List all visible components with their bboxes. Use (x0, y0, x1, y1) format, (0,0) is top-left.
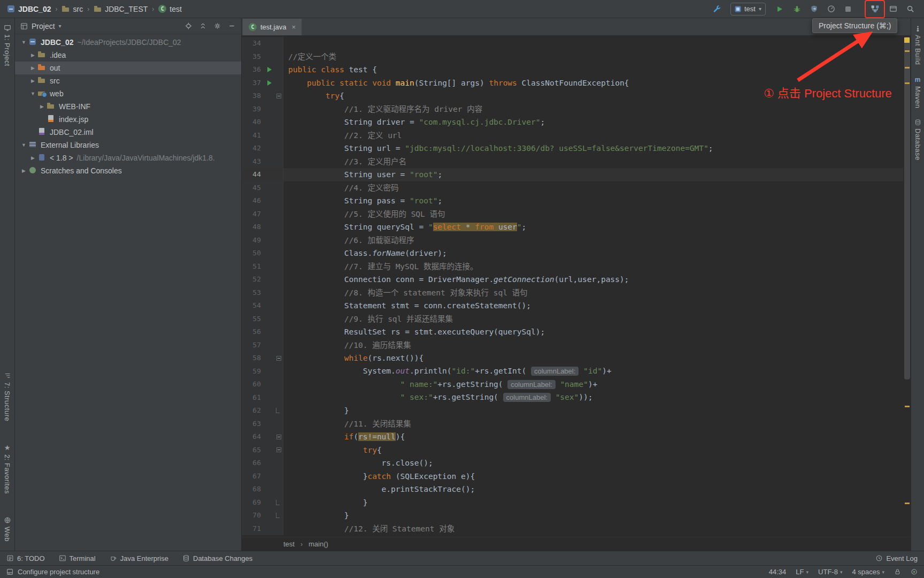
breadcrumb-item[interactable]: Ctest (157, 4, 183, 14)
tree-row[interactable]: ▶Scratches and Consoles (15, 164, 241, 177)
toolwindow-button-database-changes[interactable]: Database Changes (182, 554, 252, 562)
code-text[interactable]: " sex:"+rs.getString( columnLabel: "sex"… (283, 391, 903, 405)
event-log-button[interactable]: Event Log (875, 554, 918, 562)
tree-row[interactable]: ▶out (15, 62, 241, 74)
code-text[interactable]: public class test { (283, 63, 903, 77)
code-text[interactable]: String driver = "com.mysql.cj.jdbc.Drive… (283, 116, 903, 129)
code-line[interactable]: 49 //6. 加载驱动程序 (242, 234, 903, 247)
search-everywhere-button[interactable] (903, 2, 918, 17)
code-area[interactable]: 3435//定义一个类36public class test {37 publi… (242, 36, 911, 537)
window-layout-button[interactable] (886, 2, 900, 17)
toolwindow-button-structure[interactable]: 7: Structure (2, 368, 12, 425)
code-text[interactable]: rs.close(); (283, 457, 903, 470)
fold-icon[interactable] (276, 94, 281, 98)
code-line[interactable]: 50 Class.forName(driver); (242, 247, 903, 260)
code-line[interactable]: 68 e.printStackTrace(); (242, 483, 903, 496)
close-icon[interactable]: × (291, 23, 296, 31)
code-line[interactable]: 56 ResultSet rs = stmt.executeQuery(quer… (242, 325, 903, 339)
line-ending-select[interactable]: LF▾ (796, 568, 808, 576)
code-text[interactable]: //1. 定义驱动程序名为 driver 内容 (283, 103, 903, 116)
fold-icon[interactable] (276, 447, 281, 452)
code-text[interactable]: //8. 构造一个 statement 对象来执行 sql 语句 (283, 286, 903, 300)
setup-sdk-button[interactable] (709, 2, 724, 17)
code-line[interactable]: 67 }catch (SQLException e){ (242, 470, 903, 483)
code-line[interactable]: 60 " name:"+rs.getString( columnLabel: "… (242, 378, 903, 391)
code-text[interactable]: System.out.println("id:"+rs.getInt( colu… (283, 364, 903, 378)
code-line[interactable]: 39 //1. 定义驱动程序名为 driver 内容 (242, 103, 903, 116)
toolwindow-quick-access-icon[interactable] (6, 568, 13, 575)
coverage-button[interactable] (806, 2, 821, 17)
caret-position[interactable]: 44:34 (769, 568, 787, 576)
code-line[interactable]: 64 if(rs!=null){ (242, 430, 903, 444)
fold-end-icon[interactable] (276, 408, 280, 413)
encoding-select[interactable]: UTF-8▾ (818, 568, 842, 576)
tree-expand-arrow[interactable]: ▶ (28, 52, 37, 58)
code-text[interactable]: try{ (283, 444, 903, 457)
code-line[interactable]: 71 //12. 关闭 Statement 对象 (242, 522, 903, 536)
editor-scrollbar[interactable] (903, 36, 911, 537)
code-text[interactable]: Statement stmt = conn.createStatement(); (283, 299, 903, 313)
code-text[interactable]: //6. 加载驱动程序 (283, 234, 903, 247)
code-line[interactable]: 46 String pass = "root"; (242, 194, 903, 208)
breadcrumb-item[interactable]: JDBC_TEST (92, 4, 149, 14)
code-line[interactable]: 52 Connection conn = DriverManager.getCo… (242, 273, 903, 286)
run-config-select[interactable]: test ▾ (730, 3, 766, 16)
code-line[interactable]: 43 //3. 定义用户名 (242, 155, 903, 169)
code-text[interactable]: String user = "root"; (283, 168, 903, 181)
code-line[interactable]: 36public class test { (242, 63, 903, 77)
toolwindow-button-favorites[interactable]: ★ 2: Favorites (2, 440, 12, 498)
code-text[interactable]: String pass = "root"; (283, 194, 903, 208)
fold-icon[interactable] (276, 356, 281, 361)
code-line[interactable]: 45 //4. 定义密码 (242, 181, 903, 195)
code-text[interactable]: //9. 执行 sql 并返还结果集 (283, 313, 903, 326)
breadcrumb-item[interactable]: JDBC_02 (5, 4, 52, 14)
run-button[interactable] (772, 2, 787, 17)
code-line[interactable]: 65 try{ (242, 444, 903, 457)
error-stripe-mark[interactable] (905, 67, 910, 69)
collapse-all-icon[interactable] (199, 22, 207, 30)
tree-expand-arrow[interactable]: ▼ (19, 142, 28, 148)
fold-end-icon[interactable] (276, 500, 280, 505)
lock-icon[interactable] (894, 568, 901, 575)
indent-select[interactable]: 4 spaces▾ (852, 568, 884, 576)
code-text[interactable]: }catch (SQLException e){ (283, 470, 903, 483)
breadcrumb-class[interactable]: test (283, 540, 295, 548)
tree-row[interactable]: index.jsp (15, 113, 241, 126)
toolwindow-button-maven[interactable]: m Maven (913, 72, 923, 112)
code-text[interactable]: //7. 建立与 MySQL 数据库的连接。 (283, 260, 903, 273)
code-text[interactable]: } (283, 509, 903, 522)
gear-icon[interactable] (213, 22, 221, 30)
code-line[interactable]: 69 } (242, 496, 903, 509)
tree-row[interactable]: ▼External Libraries (15, 139, 241, 151)
code-line[interactable]: 42 String url = "jdbc:mysql://localhost:… (242, 142, 903, 155)
run-line-icon[interactable] (267, 80, 272, 86)
project-structure-button[interactable] (867, 2, 882, 17)
code-line[interactable]: 58 while(rs.next()){ (242, 352, 903, 365)
code-text[interactable]: String url = "jdbc:mysql://localhost:330… (283, 142, 903, 155)
error-stripe-mark[interactable] (905, 503, 910, 504)
code-line[interactable]: 40 String driver = "com.mysql.cj.jdbc.Dr… (242, 116, 903, 129)
tree-row[interactable]: ▶< 1.8 >/Library/Java/JavaVirtualMachine… (15, 151, 241, 164)
tab-test-java[interactable]: C test.java × (243, 19, 302, 35)
profiler-button[interactable] (823, 2, 838, 17)
code-line[interactable]: 59 System.out.println("id:"+rs.getInt( c… (242, 365, 903, 378)
code-text[interactable]: //5. 定义使用的 SQL 语句 (283, 208, 903, 221)
toolwindow-button-database[interactable]: Database (913, 115, 923, 164)
error-stripe-mark[interactable] (904, 37, 910, 43)
code-line[interactable]: 44 String user = "root"; (242, 168, 903, 181)
code-text[interactable]: ResultSet rs = stmt.executeQuery(querySq… (283, 325, 903, 339)
toolwindow-button-project[interactable]: 1: Project (2, 20, 12, 70)
code-line[interactable]: 51 //7. 建立与 MySQL 数据库的连接。 (242, 260, 903, 273)
code-line[interactable]: 48 String querySql = "select * from user… (242, 220, 903, 234)
code-text[interactable]: } (283, 404, 903, 417)
code-line[interactable]: 66 rs.close(); (242, 457, 903, 470)
code-text[interactable]: Connection conn = DriverManager.getConne… (283, 273, 903, 286)
tree-expand-arrow[interactable]: ▼ (28, 91, 37, 96)
tree-row[interactable]: ▶src (15, 74, 241, 87)
code-line[interactable]: 54 Statement stmt = conn.createStatement… (242, 299, 903, 313)
code-text[interactable]: //定义一个类 (283, 50, 903, 64)
code-line[interactable]: 62 } (242, 404, 903, 417)
code-text[interactable]: //12. 关闭 Statement 对象 (283, 522, 903, 536)
code-text[interactable]: while(rs.next()){ (283, 352, 903, 365)
code-line[interactable]: 57 //10. 遍历结果集 (242, 339, 903, 352)
